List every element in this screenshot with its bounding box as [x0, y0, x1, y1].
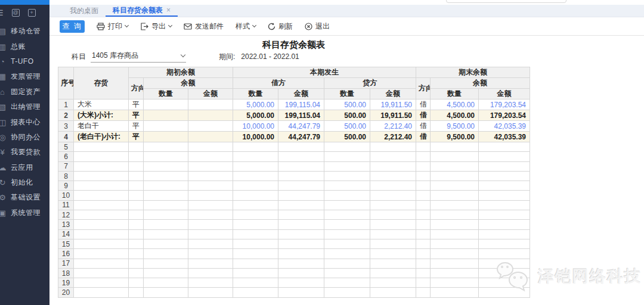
opening-direction-cell — [129, 181, 144, 191]
row-number-cell: 7 — [58, 161, 74, 171]
table-row[interactable]: 2 (大米)小计: 平 5,000.00 199,115.04 500.00 1… — [58, 110, 530, 121]
opening-amount-cell — [188, 278, 233, 288]
new-window-icon[interactable]: + — [28, 9, 36, 17]
sidebar-item[interactable]: ⌂ 固定资产 — [0, 85, 49, 99]
tab-subject-inventory-balance[interactable]: 科目存货余额表 × — [106, 5, 178, 17]
table-row[interactable]: 16 — [58, 249, 530, 259]
credit-amount-cell — [370, 181, 416, 191]
row-number-cell: 15 — [58, 239, 74, 248]
opening-amount-cell — [188, 220, 233, 229]
closing-qty-cell — [431, 229, 479, 239]
sidebar-item[interactable]: ▦ 发票管理 — [0, 69, 49, 84]
table-row[interactable]: 17 — [58, 259, 530, 268]
tab-close-icon[interactable]: × — [166, 6, 171, 14]
credit-qty-cell: 500.00 — [324, 132, 370, 142]
search-icon[interactable]: @ — [12, 9, 20, 17]
table-row[interactable]: 11 — [58, 200, 530, 210]
tab-my-desktop[interactable]: 我的桌面 — [63, 5, 106, 17]
closing-qty-cell: 9,500.00 — [431, 132, 479, 142]
refresh-button[interactable]: 刷新 — [268, 21, 293, 32]
table-row[interactable]: 10 — [58, 191, 530, 200]
table-row[interactable]: 20 — [58, 288, 530, 297]
sidebar-item[interactable]: ◔ T-UFO — [0, 54, 49, 69]
top-search-box-cutoff[interactable] — [446, 0, 566, 3]
style-button[interactable]: 样式 — [236, 21, 256, 32]
sidebar-item[interactable]: ◎ 协同办公 — [0, 130, 49, 145]
sidebar-item-label: 初始化 — [11, 178, 33, 188]
opening-amount-cell — [188, 288, 233, 297]
opening-qty-cell — [144, 229, 188, 239]
debit-amount-cell — [278, 278, 324, 288]
sidebar-nav: ▤ 移动仓管 ▥ 总账 ◔ T-UFO ▦ 发票管理 — [0, 24, 49, 220]
table-row[interactable]: 6 — [58, 152, 530, 161]
opening-direction-cell: 平 — [129, 110, 144, 121]
sidebar-item[interactable]: ▤ 移动仓管 — [0, 24, 49, 39]
sidebar-item[interactable]: ⚙ 基础设置 — [0, 190, 49, 205]
table-row[interactable]: 5 — [58, 142, 530, 152]
credit-amount-cell — [370, 161, 416, 171]
table-row[interactable]: 14 — [58, 229, 530, 239]
sidebar-item[interactable]: ▣ 系统管理 — [0, 206, 49, 220]
opening-qty-cell — [144, 220, 188, 229]
send-mail-button[interactable]: 发送邮件 — [184, 21, 224, 32]
credit-qty-cell — [324, 200, 370, 210]
row-number-cell: 2 — [58, 110, 74, 121]
closing-direction-cell — [416, 210, 431, 220]
opening-direction-cell — [129, 142, 144, 152]
table-row[interactable]: 8 — [58, 171, 530, 180]
opening-amount-cell — [188, 200, 233, 210]
table-row[interactable]: 7 — [58, 161, 530, 171]
sidebar-item[interactable]: ▥ 总账 — [0, 39, 49, 54]
table-row[interactable]: 12 — [58, 210, 530, 220]
credit-qty-cell — [324, 229, 370, 239]
debit-amount-cell — [278, 288, 324, 297]
closing-qty-cell — [431, 288, 479, 297]
sidebar-item-icon: ◎ — [0, 133, 8, 142]
row-number-cell: 6 — [58, 152, 74, 161]
subject-select[interactable]: 1405 库存商品 — [91, 51, 186, 63]
table-row[interactable]: 9 — [58, 181, 530, 191]
table-row[interactable]: 4 (老白干)小计: 平 10,000.00 44,247.79 500.00 … — [58, 132, 530, 142]
debit-amount-cell — [278, 220, 324, 229]
query-button[interactable]: 查 询 — [60, 20, 85, 33]
row-number-cell: 11 — [58, 200, 74, 210]
mail-icon — [184, 23, 192, 30]
credit-amount-cell — [370, 210, 416, 220]
closing-qty-cell — [431, 142, 479, 152]
sidebar-item-icon: ⚙ — [0, 193, 8, 202]
sidebar-item[interactable]: ↻ 初始化 — [0, 175, 49, 190]
exit-button[interactable]: 退出 — [305, 21, 330, 32]
closing-amount-cell — [479, 161, 530, 171]
debit-qty-cell — [233, 161, 278, 171]
sidebar-item[interactable]: ☁ 云应用 — [0, 160, 49, 175]
table-row[interactable]: 15 — [58, 239, 530, 248]
row-number-cell: 1 — [58, 99, 74, 110]
tab-label: 科目存货余额表 — [113, 5, 163, 15]
menu-icon[interactable]: ☰ — [0, 8, 4, 17]
sidebar-item[interactable]: ▧ 出纳管理 — [0, 99, 49, 114]
table-row[interactable]: 1 大米 平 5,000.00 199,115.04 500.00 19,911… — [58, 99, 530, 110]
credit-qty-cell — [324, 191, 370, 200]
sidebar-item[interactable]: ◫ 报表中心 — [0, 114, 49, 129]
debit-amount-cell — [278, 152, 324, 161]
opening-amount-cell — [188, 181, 233, 191]
table-row[interactable]: 3 老白干 平 10,000.00 44,247.79 500.00 2,212… — [58, 121, 530, 132]
closing-direction-cell — [416, 278, 431, 288]
table-row[interactable]: 19 — [58, 278, 530, 288]
closing-qty-cell — [431, 278, 479, 288]
print-button[interactable]: 打印 — [97, 21, 128, 32]
credit-qty-cell — [324, 239, 370, 248]
sidebar-item-icon: ▦ — [0, 72, 8, 81]
opening-direction-cell — [129, 200, 144, 210]
credit-qty-cell: 500.00 — [324, 110, 370, 121]
chevron-down-icon — [125, 23, 129, 27]
inventory-name-cell: 大米 — [74, 99, 129, 110]
table-row[interactable]: 13 — [58, 220, 530, 229]
debit-amount-cell — [278, 161, 324, 171]
export-button[interactable]: 导出 — [140, 21, 172, 32]
credit-amount-cell — [370, 278, 416, 288]
closing-direction-cell — [416, 259, 431, 268]
sidebar-item[interactable]: ¥ 我要贷款 — [0, 145, 49, 160]
table-row[interactable]: 18 — [58, 268, 530, 278]
opening-amount-cell — [188, 259, 233, 268]
